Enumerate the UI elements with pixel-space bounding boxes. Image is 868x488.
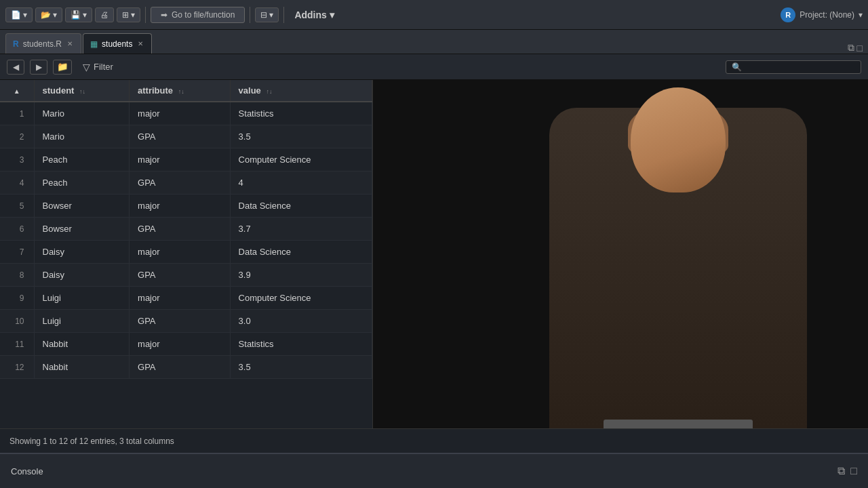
table-row: 7DaisymajorData Science xyxy=(0,241,372,264)
col-value[interactable]: value ↑↓ xyxy=(230,80,372,102)
table-icon: ▦ xyxy=(90,39,98,49)
project-info: R Project: (None) ▾ xyxy=(781,7,863,22)
search-icon: 🔍 xyxy=(732,62,742,72)
col-value-sort-icon: ↑↓ xyxy=(266,88,272,95)
toolbar-separator-2 xyxy=(250,7,250,23)
tabs-right-controls: ⧉ □ xyxy=(848,42,863,54)
cell-student: Peach xyxy=(34,171,130,195)
tab-students[interactable]: ▦ students ✕ xyxy=(83,33,152,54)
status-bar: Showing 1 to 12 of 12 entries, 3 total c… xyxy=(0,428,868,453)
col-attribute[interactable]: attribute ↑↓ xyxy=(130,80,231,102)
new-file-dropdown[interactable]: ▾ xyxy=(23,10,27,20)
go-to-icon: ➡ xyxy=(161,10,167,20)
table-row: 8DaisyGPA3.9 xyxy=(0,264,372,287)
save-icon: 💾 xyxy=(71,10,81,20)
print-icon: 🖨 xyxy=(100,10,108,20)
cell-row-num: 10 xyxy=(0,310,34,333)
col-attribute-sort-icon: ↑↓ xyxy=(178,88,184,95)
cell-row-num: 5 xyxy=(0,195,34,218)
console-restore-button[interactable]: ⧉ xyxy=(837,465,845,477)
console-buttons: ⧉ □ xyxy=(837,465,857,477)
r-file-icon: R xyxy=(13,39,19,49)
back-arrow-icon: ◀ xyxy=(13,62,19,72)
table-row: 6BowserGPA3.7 xyxy=(0,218,372,241)
cell-student: Bowser xyxy=(34,218,130,241)
back-button[interactable]: ◀ xyxy=(7,60,24,75)
console-maximize-button[interactable]: □ xyxy=(850,465,857,477)
table-row: 5BowsermajorData Science xyxy=(0,195,372,218)
cell-attribute: GPA xyxy=(130,310,231,333)
col-row-sort-icon: ▲ xyxy=(14,87,20,95)
video-area xyxy=(373,80,868,428)
cell-attribute: major xyxy=(130,333,231,356)
cell-row-num: 3 xyxy=(0,148,34,171)
filter-button[interactable]: ▽ Filter xyxy=(77,60,119,75)
panels-dropdown[interactable]: ▾ xyxy=(269,10,273,20)
open-file-button[interactable]: 📂▾ xyxy=(35,7,62,22)
open-file-icon: 📂 xyxy=(41,10,51,20)
col-student[interactable]: student ↑↓ xyxy=(34,80,130,102)
data-table-area: ▲ student ↑↓ attribute ↑↓ value ↑↓ xyxy=(0,80,373,428)
addins-button[interactable]: Addins ▾ xyxy=(289,7,339,23)
restore-button[interactable]: ⧉ xyxy=(848,42,854,54)
addins-label: Addins xyxy=(294,9,326,20)
person-head xyxy=(631,87,726,192)
layout-button[interactable]: ⊞▾ xyxy=(117,7,140,22)
cell-row-num: 6 xyxy=(0,218,34,241)
person-body xyxy=(549,108,807,428)
data-table: ▲ student ↑↓ attribute ↑↓ value ↑↓ xyxy=(0,80,372,379)
tab-students-label: students xyxy=(102,39,132,49)
col-row-num[interactable]: ▲ xyxy=(0,80,34,102)
cell-attribute: GPA xyxy=(130,125,231,148)
folder-button[interactable]: 📁 xyxy=(53,60,72,75)
cell-value: 3.7 xyxy=(230,218,372,241)
cell-value: 4 xyxy=(230,171,372,195)
forward-button[interactable]: ▶ xyxy=(30,60,47,75)
cell-attribute: major xyxy=(130,195,231,218)
tab-students-r[interactable]: R students.R ✕ xyxy=(5,33,81,54)
cell-row-num: 12 xyxy=(0,356,34,379)
new-file-button[interactable]: 📄▾ xyxy=(5,7,33,22)
table-header: ▲ student ↑↓ attribute ↑↓ value ↑↓ xyxy=(0,80,372,102)
cell-value: 3.5 xyxy=(230,125,372,148)
cell-value: Data Science xyxy=(230,241,372,264)
layout-panels-button[interactable]: ⊟▾ xyxy=(255,7,279,22)
cell-student: Peach xyxy=(34,148,130,171)
cell-student: Bowser xyxy=(34,195,130,218)
open-dropdown[interactable]: ▾ xyxy=(53,10,57,20)
cell-value: Computer Science xyxy=(230,287,372,310)
viewer-toolbar: ◀ ▶ 📁 ▽ Filter 🔍 xyxy=(0,54,868,80)
search-input[interactable] xyxy=(746,62,855,72)
toolbar-separator-3 xyxy=(283,7,284,23)
go-to-file-button[interactable]: ➡ Go to file/function xyxy=(151,7,245,23)
print-button[interactable]: 🖨 xyxy=(95,7,114,22)
cell-value: Computer Science xyxy=(230,148,372,171)
project-label-text: Project: (None) xyxy=(800,10,854,20)
col-value-label: value xyxy=(239,85,261,96)
layout-dropdown[interactable]: ▾ xyxy=(131,10,135,20)
project-arrow-icon: ▾ xyxy=(859,10,863,20)
table-body: 1MariomajorStatistics2MarioGPA3.53Peachm… xyxy=(0,102,372,379)
cell-student: Mario xyxy=(34,125,130,148)
table-row: 1MariomajorStatistics xyxy=(0,102,372,125)
table-row: 11NabbitmajorStatistics xyxy=(0,333,372,356)
save-button[interactable]: 💾▾ xyxy=(65,7,92,22)
cell-attribute: GPA xyxy=(130,171,231,195)
save-dropdown[interactable]: ▾ xyxy=(83,10,87,20)
cell-value: 3.0 xyxy=(230,310,372,333)
panels-icon: ⊟ xyxy=(260,10,267,20)
laptop-shape xyxy=(604,420,753,428)
cell-student: Nabbit xyxy=(34,356,130,379)
cell-value: 3.9 xyxy=(230,264,372,287)
table-row: 2MarioGPA3.5 xyxy=(0,125,372,148)
cell-attribute: major xyxy=(130,287,231,310)
tab-students-r-close[interactable]: ✕ xyxy=(66,39,74,48)
r-logo-icon: R xyxy=(781,7,795,22)
cell-value: 3.5 xyxy=(230,356,372,379)
cell-student: Mario xyxy=(34,102,130,125)
col-attribute-label: attribute xyxy=(138,85,173,96)
maximize-button[interactable]: □ xyxy=(857,43,863,54)
cell-attribute: major xyxy=(130,241,231,264)
tab-students-close[interactable]: ✕ xyxy=(136,39,144,48)
console-label: Console xyxy=(11,466,43,476)
